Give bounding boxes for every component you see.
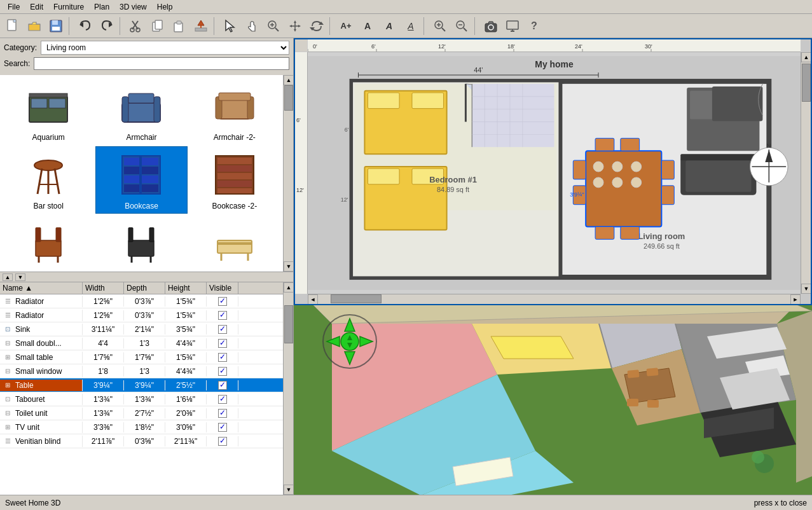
list-row-tabouret[interactable]: ⊡ Tabouret 1'3¾" 1'3¾" 1'6⅛" <box>0 392 283 406</box>
furniture-item-armchair2[interactable]: Armchair -2- <box>189 78 280 145</box>
view-2d[interactable]: 0' 6' 12' 18' 24' 30' 0' <box>294 38 812 305</box>
zoom-in-button[interactable] <box>430 17 450 36</box>
menu-furniture[interactable]: Furniture <box>48 1 89 13</box>
floorplan-area[interactable]: My home 44' <box>308 52 801 294</box>
visible-check-sink[interactable] <box>218 325 227 334</box>
furniture-item-coffeetable[interactable]: Coffee table <box>189 215 280 272</box>
menu-file[interactable]: File <box>3 1 25 13</box>
list-row-sink[interactable]: ⊡ Sink 3'11¼" 2'1¼" 3'5¾" <box>0 322 283 336</box>
redo-button[interactable] <box>97 17 117 36</box>
2d-vscroll-down[interactable]: ▼ <box>801 284 811 294</box>
grid-scroll-up[interactable]: ▲ <box>284 75 294 85</box>
grid-scroll-down[interactable]: ▼ <box>284 261 294 272</box>
list-scroll-thumb[interactable] <box>284 305 293 343</box>
list-row-venetian[interactable]: ☰ Venitian blind 2'11⅞" 0'3⅝" 2'11¾" <box>0 434 283 448</box>
menu-edit[interactable]: Edit <box>25 1 48 13</box>
list-scroll-up[interactable]: ▲ <box>284 282 293 293</box>
visible-check-smalldouble[interactable] <box>218 339 227 348</box>
col-header-depth[interactable]: Depth <box>124 282 165 294</box>
visible-check-venetian[interactable] <box>218 437 227 446</box>
category-select[interactable]: Living room <box>41 41 289 55</box>
visible-check-tv[interactable] <box>218 423 227 432</box>
cell-tabouret-visible[interactable] <box>207 394 238 404</box>
save-button[interactable] <box>46 17 66 36</box>
copy-button[interactable] <box>148 17 168 36</box>
menu-help[interactable]: Help <box>152 1 178 13</box>
panel-down-arrow[interactable]: ▼ <box>15 273 25 281</box>
list-row-toilet[interactable]: ⊟ Toilet unit 1'3¾" 2'7½" 2'0⅜" <box>0 406 283 420</box>
select-button[interactable] <box>220 17 240 36</box>
furniture-item-chair2[interactable]: Chair -2- <box>95 215 187 272</box>
col-header-visible[interactable]: Visible <box>207 282 238 294</box>
pan-button[interactable] <box>242 17 262 36</box>
list-row-smalldouble[interactable]: ⊟ Small doubl... 4'4 1'3 4'4¾" <box>0 336 283 350</box>
cell-table-visible[interactable] <box>207 380 238 390</box>
col-header-name[interactable]: Name ▲ <box>0 282 83 294</box>
visible-check-tabouret[interactable] <box>218 395 227 404</box>
list-row-radiator1[interactable]: ☰ Radiator 1'2⅝" 0'3⅞" 1'5¾" <box>0 294 283 308</box>
cell-sink-visible[interactable] <box>207 324 238 334</box>
2d-vscroll-thumb[interactable] <box>802 64 811 102</box>
move-button[interactable] <box>285 17 305 36</box>
2d-vscroll[interactable]: ▲ ▼ <box>801 52 811 294</box>
furniture-item-chair[interactable]: Chair <box>3 215 94 272</box>
cell-radiator2-visible[interactable] <box>207 310 238 320</box>
search-input[interactable] <box>34 57 289 70</box>
screen-button[interactable] <box>502 17 523 36</box>
furniture-item-barstool[interactable]: Bar stool <box>3 146 94 214</box>
list-row-radiator2[interactable]: ☰ Radiator 1'2⅝" 0'3⅞" 1'5¾" <box>0 308 283 322</box>
col-header-height[interactable]: Height <box>165 282 207 294</box>
new-button[interactable] <box>3 17 23 36</box>
visible-check-smalltable[interactable] <box>218 353 227 362</box>
cell-smalldouble-visible[interactable] <box>207 338 238 348</box>
text-bold-button[interactable]: A <box>379 17 399 36</box>
cell-smallwindow-visible[interactable] <box>207 366 238 376</box>
paste-button[interactable] <box>169 17 189 36</box>
list-row-smalltable[interactable]: ⊞ Small table 1'7⅝" 1'7⅝" 1'5¾" <box>0 350 283 364</box>
zoom-area-button[interactable] <box>263 17 284 36</box>
furniture-list-body[interactable]: ☰ Radiator 1'2⅝" 0'3⅞" 1'5¾" ☰ Radiator <box>0 294 283 495</box>
2d-vscroll-track[interactable] <box>801 62 811 284</box>
cell-smalltable-visible[interactable] <box>207 352 238 362</box>
list-row-tv[interactable]: ⊞ TV unit 3'3⅜" 1'8½" 3'0⅝" <box>0 420 283 434</box>
list-row-table[interactable]: ⊞ Table 3'9¼" 3'9¼" 2'5½" <box>0 378 283 392</box>
cell-tv-visible[interactable] <box>207 422 238 432</box>
visible-check-toilet[interactable] <box>218 409 227 418</box>
camera-button[interactable] <box>481 17 501 36</box>
open-button[interactable] <box>24 17 45 36</box>
text-italic-button[interactable]: A <box>401 17 421 36</box>
cell-radiator1-visible[interactable] <box>207 296 238 307</box>
view-3d[interactable] <box>294 305 812 495</box>
visible-check-radiator2[interactable] <box>218 311 227 320</box>
undo-button[interactable] <box>75 17 95 36</box>
2d-hscroll[interactable]: ◄ ► <box>308 294 801 304</box>
visible-check-smallwindow[interactable] <box>218 367 227 376</box>
list-scroll-track[interactable] <box>284 293 293 485</box>
zoom-out-button[interactable] <box>451 17 472 36</box>
import-button[interactable] <box>191 17 211 36</box>
text-size-button[interactable]: A+ <box>336 17 356 36</box>
furniture-item-aquarium[interactable]: Aquarium <box>3 78 94 145</box>
cell-toilet-visible[interactable] <box>207 408 238 418</box>
list-scroll-down[interactable]: ▼ <box>284 485 293 495</box>
visible-check-table[interactable] <box>218 381 227 390</box>
cut-button[interactable] <box>126 17 146 36</box>
grid-scroll-track[interactable] <box>284 85 293 261</box>
2d-hscroll-thumb[interactable] <box>331 294 382 303</box>
furniture-item-armchair[interactable]: Armchair <box>95 78 187 145</box>
cell-venetian-visible[interactable] <box>207 436 238 446</box>
furniture-item-bookcase2[interactable]: Bookcase -2- <box>189 146 280 214</box>
menu-3dview[interactable]: 3D view <box>114 1 152 13</box>
2d-hscroll-left[interactable]: ◄ <box>308 294 318 305</box>
col-header-width[interactable]: Width <box>83 282 124 294</box>
menu-plan[interactable]: Plan <box>89 1 114 13</box>
grid-scroll-thumb[interactable] <box>284 85 293 111</box>
furniture-item-bookcase[interactable]: Bookcase <box>95 146 187 214</box>
help-button[interactable]: ? <box>524 17 544 36</box>
2d-hscroll-track[interactable] <box>318 294 790 304</box>
panel-up-arrow[interactable]: ▲ <box>3 273 13 281</box>
list-row-smallwindow[interactable]: ⊟ Small window 1'8 1'3 4'4¾" <box>0 364 283 378</box>
text-normal-button[interactable]: A <box>357 17 378 36</box>
2d-hscroll-right[interactable]: ► <box>790 294 801 305</box>
2d-vscroll-up[interactable]: ▲ <box>801 52 811 62</box>
